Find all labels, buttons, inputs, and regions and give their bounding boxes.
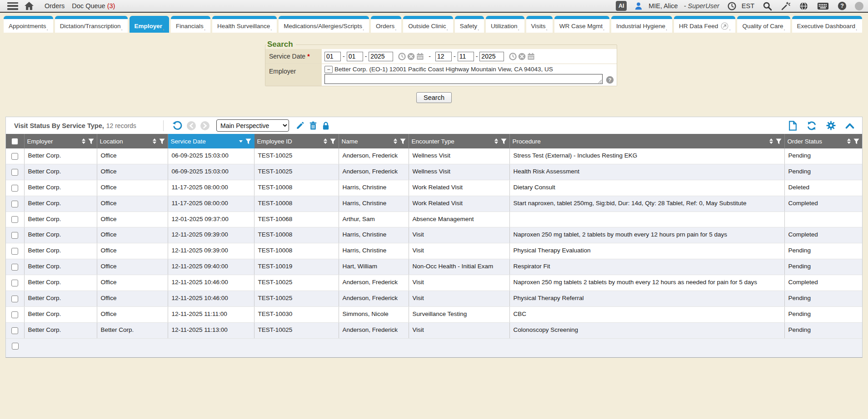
- ai-badge[interactable]: AI: [616, 1, 627, 11]
- tab-quality-of-care[interactable]: Quality of Care: [737, 16, 790, 33]
- tab-hr-data-feed[interactable]: HR Data Feed: [674, 16, 735, 33]
- sort-icon[interactable]: [769, 138, 773, 144]
- filter-icon[interactable]: [400, 138, 406, 144]
- tab-orders[interactable]: Orders: [371, 16, 401, 33]
- filter-icon[interactable]: [853, 138, 859, 144]
- from-month-input[interactable]: [324, 52, 341, 61]
- collapse-panel-icon[interactable]: [845, 123, 854, 129]
- col-header-encounter-type[interactable]: Encounter Type: [409, 134, 509, 148]
- employer-help-icon[interactable]: ?: [606, 76, 614, 84]
- from-day-input[interactable]: [347, 52, 363, 61]
- col-header-location[interactable]: Location: [97, 134, 168, 148]
- select-all-header[interactable]: [6, 134, 24, 148]
- table-row[interactable]: Better Corp.Office12-11-2025 09:39:00TES…: [6, 227, 862, 243]
- search-button[interactable]: Search: [416, 92, 452, 103]
- employer-search-input[interactable]: [324, 74, 603, 84]
- table-row[interactable]: Better Corp.Office06-09-2025 15:03:00TES…: [6, 148, 862, 164]
- sort-icon[interactable]: [847, 138, 851, 144]
- table-row[interactable]: Better Corp.Office12-11-2025 10:46:00TES…: [6, 275, 862, 291]
- col-header-employer[interactable]: Employer: [24, 134, 97, 148]
- globe-phone-icon[interactable]: [799, 1, 808, 11]
- table-row[interactable]: Better Corp.Office12-11-2025 10:46:00TES…: [6, 291, 862, 306]
- tab-utilization[interactable]: Utilization: [486, 16, 524, 33]
- to-month-input[interactable]: [435, 52, 452, 61]
- col-header-name[interactable]: Name: [339, 134, 409, 148]
- lock-icon[interactable]: [322, 121, 330, 130]
- tab-financials[interactable]: Financials: [171, 16, 210, 33]
- search-icon[interactable]: [763, 1, 772, 11]
- undo-icon[interactable]: [172, 121, 182, 131]
- tab-industrial-hygiene[interactable]: Industrial Hygiene: [611, 16, 672, 33]
- calendar-icon[interactable]: [527, 53, 535, 60]
- tab-dictation-transcription[interactable]: Dictation/Transcription: [55, 16, 128, 33]
- select-all-checkbox[interactable]: [11, 138, 18, 145]
- footer-checkbox[interactable]: [12, 343, 19, 350]
- help-icon[interactable]: ?: [838, 1, 847, 10]
- export-document-icon[interactable]: [788, 121, 797, 131]
- from-year-input[interactable]: [369, 52, 393, 61]
- delete-perspective-icon[interactable]: [309, 121, 317, 130]
- perspective-select[interactable]: Main Perspective: [216, 119, 289, 132]
- tab-health-surveillance[interactable]: Health Surveillance: [212, 16, 277, 33]
- table-row[interactable]: Better Corp.Better Corp.12-11-2025 11:13…: [6, 322, 862, 338]
- row-checkbox[interactable]: [11, 201, 18, 207]
- status-dot-icon[interactable]: [855, 2, 863, 10]
- prev-page-icon[interactable]: [187, 121, 196, 130]
- col-header-procedure[interactable]: Procedure: [509, 134, 784, 148]
- row-checkbox[interactable]: [11, 296, 18, 302]
- row-checkbox[interactable]: [11, 311, 18, 318]
- tab-outside-clinic[interactable]: Outside Clinic: [403, 16, 453, 33]
- tab-executive-dashboard[interactable]: Executive Dashboard: [792, 16, 862, 33]
- sort-icon[interactable]: [394, 138, 397, 144]
- table-row[interactable]: Better Corp.Office11-17-2025 08:00:00TES…: [6, 196, 862, 212]
- tab-employer[interactable]: Employer: [130, 16, 170, 33]
- menu-icon[interactable]: [7, 2, 18, 10]
- clock-icon[interactable]: [728, 2, 736, 10]
- to-year-input[interactable]: [479, 52, 504, 61]
- table-row[interactable]: Better Corp.Office12-11-2025 09:39:00TES…: [6, 243, 862, 259]
- refresh-icon[interactable]: [807, 121, 817, 131]
- row-checkbox[interactable]: [11, 248, 18, 255]
- row-checkbox[interactable]: [11, 216, 18, 223]
- sort-icon[interactable]: [494, 138, 498, 144]
- table-row[interactable]: Better Corp.Office11-17-2025 08:00:00TES…: [6, 180, 862, 196]
- sort-icon[interactable]: [153, 138, 156, 144]
- row-checkbox[interactable]: [11, 153, 18, 160]
- calendar-icon[interactable]: [416, 53, 424, 60]
- table-row[interactable]: Better Corp.Office12-11-2025 11:11:00TES…: [6, 306, 862, 322]
- home-icon[interactable]: [24, 1, 34, 10]
- row-checkbox[interactable]: [11, 169, 18, 176]
- filter-icon[interactable]: [501, 138, 507, 144]
- clear-date-icon[interactable]: [407, 53, 415, 60]
- tab-appointments[interactable]: Appointments: [4, 16, 53, 33]
- filter-icon[interactable]: [776, 138, 782, 144]
- keyboard-icon[interactable]: [817, 2, 829, 10]
- row-checkbox[interactable]: [11, 327, 18, 334]
- row-checkbox[interactable]: [11, 232, 18, 239]
- user-name[interactable]: MIE, Alice: [649, 2, 678, 10]
- row-checkbox[interactable]: [11, 185, 18, 192]
- filter-icon[interactable]: [330, 138, 336, 144]
- table-row[interactable]: Better Corp.Office12-01-2025 09:37:00TES…: [6, 212, 862, 227]
- table-row[interactable]: Better Corp.Office12-11-2025 09:40:00TES…: [6, 259, 862, 275]
- remove-employer-button[interactable]: −: [324, 66, 333, 73]
- tab-wr-case-mgmt[interactable]: WR Case Mgmt: [554, 16, 609, 33]
- col-header-order-status[interactable]: Order Status: [784, 134, 862, 148]
- table-row[interactable]: Better Corp.Office06-09-2025 15:03:00TES…: [6, 164, 862, 180]
- next-page-icon[interactable]: [200, 121, 210, 130]
- clear-date-icon[interactable]: [518, 53, 526, 60]
- time-picker-icon[interactable]: [398, 53, 406, 60]
- time-picker-icon[interactable]: [509, 53, 517, 60]
- magic-wand-icon[interactable]: [781, 1, 790, 11]
- sort-icon[interactable]: [82, 138, 85, 144]
- to-day-input[interactable]: [458, 52, 474, 61]
- col-header-service-date[interactable]: Service Date: [168, 134, 254, 148]
- breadcrumb-orders[interactable]: Orders: [45, 2, 65, 10]
- filter-icon[interactable]: [245, 138, 251, 144]
- tab-visits[interactable]: Visits: [526, 16, 553, 33]
- filter-icon[interactable]: [88, 138, 94, 144]
- sort-icon[interactable]: [324, 138, 327, 144]
- row-checkbox[interactable]: [11, 264, 18, 271]
- col-header-employee-id[interactable]: Employee ID: [254, 134, 339, 148]
- filter-icon[interactable]: [159, 138, 165, 144]
